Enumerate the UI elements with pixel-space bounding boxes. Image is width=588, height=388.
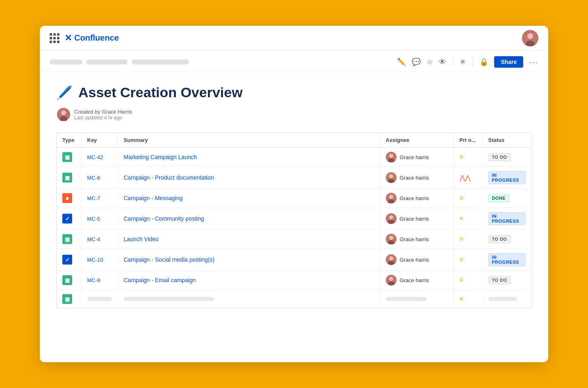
assignee-cell: Grace harris [386,254,448,265]
logo-text: Confluence [74,33,119,43]
cell-type: ▣ [57,167,81,189]
col-header-key: Key [81,133,118,148]
table-row[interactable]: ▣ MC-9 Campaign - Email campaign Grace h… [57,271,531,290]
cell-summary-placeholder [118,290,380,308]
assignee-name: Grace harris [400,236,429,242]
svg-point-25 [389,277,393,281]
confluence-logo[interactable]: ✕ Confluence [64,33,119,43]
confluence-window: ✕ Confluence ✏️ 💬 ☆ 👁 ✳ 🔒 [40,26,548,362]
ai-icon[interactable]: ✳ [460,57,466,66]
star-icon[interactable]: ☆ [426,57,433,66]
cell-assignee: Grace harris [380,208,454,230]
cell-status: IN PROGRESS [482,249,531,271]
cell-type: ▣ [57,271,81,290]
issues-table-wrapper: Type Key Summary Assignee Pri o... Statu… [56,132,532,308]
key-placeholder [87,297,112,301]
type-icon-task: ✓ [62,255,72,265]
cell-assignee: Grace harris [380,167,454,189]
issue-summary-link[interactable]: Marketing Campaign Launch [124,154,197,160]
watch-icon[interactable]: 👁 [439,58,446,66]
assignee-cell: Grace harris [386,193,448,203]
cell-summary: Campaign - Email campaign [118,271,380,290]
issue-key-link[interactable]: MC-10 [87,257,103,263]
assignee-placeholder [386,297,427,301]
table-row[interactable]: ▣ MC-42 Marketing Campaign Launch Grace … [57,148,531,167]
cell-assignee: Grace harris [380,249,454,271]
status-badge: IN PROGRESS [488,253,526,266]
breadcrumb-item-3[interactable] [132,59,189,64]
assignee-name: Grace harris [400,257,429,263]
assignee-avatar [386,275,397,285]
col-header-summary: Summary [118,133,380,148]
breadcrumb-item-1[interactable] [50,59,82,64]
table-row[interactable]: ✓ MC-10 Campaign - Social media posting(… [57,249,531,271]
page-emoji: 🖊️ [56,85,73,100]
svg-point-7 [389,154,393,158]
cell-key: MC-42 [81,148,118,167]
breadcrumb-item-2[interactable] [87,59,128,64]
breadcrumb [50,59,189,64]
toolbar-divider-2 [472,57,473,66]
issue-summary-link[interactable]: Campaign - Community posting [124,215,204,222]
cell-type: ✓ [57,208,81,230]
cell-assignee: Grace harris [380,189,454,208]
table-row[interactable]: ■ MC-7 Campaign - Messaging Grace harris… [57,189,531,208]
apps-icon[interactable] [50,33,59,43]
issue-summary-link[interactable]: Campaign - Messaging [124,195,183,201]
assignee-cell: Grace harris [386,234,448,244]
edit-icon[interactable]: ✏️ [397,57,406,66]
issue-key-link[interactable]: MC-7 [87,195,100,201]
more-options-button[interactable]: ··· [529,57,538,67]
status-badge: TO DO [488,235,511,243]
cell-key: MC-5 [81,208,118,230]
status-badge: DONE [488,194,510,202]
svg-point-22 [389,256,393,260]
issue-key-link[interactable]: MC-4 [87,236,100,242]
issue-summary-link[interactable]: Campaign - Product documentation [124,174,214,181]
cell-priority: ≡ [454,230,482,249]
cell-key: MC-8 [81,167,118,189]
col-header-priority: Pri o... [454,133,482,148]
table-row-placeholder: ▣ ≡ [57,290,531,308]
cell-summary: Campaign - Messaging [118,189,380,208]
cell-priority: ⋀⋀ [454,167,482,189]
issues-table: Type Key Summary Assignee Pri o... Statu… [57,133,531,308]
share-button[interactable]: Share [494,56,523,68]
issue-summary-link[interactable]: Campaign - Social media posting(s) [124,256,215,263]
table-row[interactable]: ✓ MC-5 Campaign - Community posting Grac… [57,208,531,230]
assignee-cell: Grace harris [386,275,448,285]
issue-key-link[interactable]: MC-5 [87,216,100,222]
cell-status: IN PROGRESS [482,167,531,189]
cell-key: MC-4 [81,230,118,249]
table-row[interactable]: ▣ MC-4 Launch Video Grace harris ≡ TO DO [57,230,531,249]
issue-key-link[interactable]: MC-8 [87,175,100,181]
issue-key-link[interactable]: MC-9 [87,277,100,283]
comment-icon[interactable]: 💬 [412,57,421,66]
col-header-type: Type [57,133,81,148]
cell-priority: ≡ [454,148,482,167]
cell-type: ▣ [57,230,81,249]
cell-type: ▣ [57,148,81,167]
lock-icon[interactable]: 🔒 [479,57,488,66]
table-row[interactable]: ▣ MC-8 Campaign - Product documentation … [57,167,531,189]
assignee-cell: Grace harris [386,213,448,224]
cell-priority: ≡ [454,208,482,230]
issue-summary-link[interactable]: Campaign - Email campaign [124,277,196,283]
issue-key-link[interactable]: MC-42 [87,154,103,160]
assignee-name: Grace harris [400,154,429,160]
page-content: 🖊️ Asset Creation Overview Created by Gr… [40,72,548,321]
type-icon-bug: ■ [62,193,72,203]
cell-summary: Campaign - Community posting [118,208,380,230]
issue-summary-link[interactable]: Launch Video [124,236,159,242]
type-icon-story: ▣ [62,152,72,162]
toolbar: ✏️ 💬 ☆ 👁 ✳ 🔒 Share ··· [40,50,548,72]
cell-summary: Campaign - Social media posting(s) [118,249,380,271]
svg-point-4 [61,110,66,115]
status-badge: IN PROGRESS [488,171,526,184]
user-avatar[interactable] [522,30,538,46]
type-icon-story: ▣ [62,173,72,183]
cell-assignee: Grace harris [380,230,454,249]
svg-point-19 [389,236,393,240]
cell-key: MC-7 [81,189,118,208]
col-header-status: Status [482,133,531,148]
